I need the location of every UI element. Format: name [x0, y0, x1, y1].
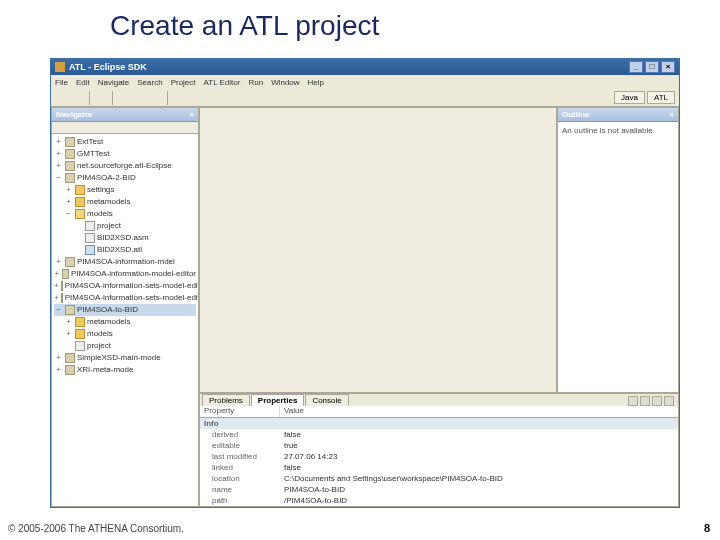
- bottom-panel: Problems Properties Console Property Val…: [199, 393, 679, 507]
- prop-key: path: [200, 495, 280, 506]
- slide-page-number: 8: [704, 522, 710, 534]
- tree-item[interactable]: BID2XSD.asm: [97, 232, 149, 244]
- external-tools-icon[interactable]: [149, 91, 163, 105]
- tree-item[interactable]: settings: [87, 184, 115, 196]
- outline-empty-text: An outline is not available.: [558, 122, 678, 392]
- close-button[interactable]: ×: [661, 61, 675, 73]
- run-icon[interactable]: [133, 91, 147, 105]
- search-icon[interactable]: [172, 91, 186, 105]
- prop-val: 27.07.06 14:23: [280, 451, 678, 462]
- save-icon[interactable]: [71, 91, 85, 105]
- menu-window[interactable]: Window: [271, 78, 299, 87]
- maximize-icon[interactable]: [664, 396, 674, 406]
- tree-item[interactable]: SimpleXSD-main-mode: [77, 352, 161, 364]
- prop-val: PIM4SOA-to-BID: [280, 484, 678, 495]
- column-value: Value: [280, 406, 678, 417]
- menu-project[interactable]: Project: [171, 78, 196, 87]
- tree-item[interactable]: PIM4SOA-information-sets-model-edit: [65, 280, 198, 292]
- tree-item[interactable]: metamodels: [87, 196, 131, 208]
- close-icon[interactable]: ×: [669, 110, 674, 119]
- menu-search[interactable]: Search: [137, 78, 162, 87]
- menu-run[interactable]: Run: [248, 78, 263, 87]
- outline-tab[interactable]: Outline ×: [558, 108, 678, 122]
- nav-forward-icon[interactable]: [204, 91, 218, 105]
- tree-item[interactable]: net.sourceforge.atl-Eclipse: [77, 160, 172, 172]
- minimize-button[interactable]: _: [629, 61, 643, 73]
- pin-icon[interactable]: [628, 396, 638, 406]
- print-icon[interactable]: [94, 91, 108, 105]
- tree-item[interactable]: models: [87, 328, 113, 340]
- tree-item[interactable]: PIM4SOA-information-mdel: [77, 256, 175, 268]
- properties-body: Info derivedfalse editabletrue last modi…: [200, 418, 678, 506]
- tree-item[interactable]: project: [87, 340, 111, 352]
- perspective-java[interactable]: Java: [614, 91, 645, 104]
- column-property: Property: [200, 406, 280, 417]
- nav-back-icon[interactable]: [188, 91, 202, 105]
- tree-item-selected[interactable]: PIM4SOA-to-BID: [77, 304, 138, 316]
- prop-val: false: [280, 462, 678, 473]
- prop-key: name: [200, 484, 280, 495]
- prop-val: C:\Documents and Settings\user\workspace…: [280, 473, 678, 484]
- prop-key: linked: [200, 462, 280, 473]
- tree-item[interactable]: XRI-meta-mode: [77, 364, 133, 376]
- tree-item[interactable]: PIM4SOA-information-sets-model-editor: [65, 292, 198, 304]
- tree-item[interactable]: models: [87, 208, 113, 220]
- menu-help[interactable]: Help: [308, 78, 324, 87]
- outline-tab-label: Outline: [562, 110, 590, 119]
- outline-view: Outline × An outline is not available.: [557, 107, 679, 393]
- titlebar: ATL - Eclipse SDK _ □ ×: [51, 59, 679, 75]
- app-icon: [55, 62, 65, 72]
- menu-atl-editor[interactable]: ATL Editor: [204, 78, 241, 87]
- minimize-icon[interactable]: [652, 396, 662, 406]
- navigator-tab[interactable]: Navigator ×: [52, 108, 198, 122]
- slide-footer: © 2005-2006 The ATHENA Consortium.: [8, 523, 184, 534]
- prop-val: false: [280, 429, 678, 440]
- prop-val: /PIM4SOA-to-BID: [280, 495, 678, 506]
- tree-item[interactable]: PIM4SOA-information-model-editor: [71, 268, 196, 280]
- prop-key: derived: [200, 429, 280, 440]
- perspective-atl[interactable]: ATL: [647, 91, 675, 104]
- editor-area: [199, 107, 557, 393]
- navigator-tab-label: Navigator: [56, 110, 93, 119]
- new-icon[interactable]: [55, 91, 69, 105]
- prop-section: Info: [200, 418, 280, 429]
- navigator-view: Navigator × +ExtTest +GMTTest +net.sourc…: [51, 107, 199, 507]
- tab-console[interactable]: Console: [305, 394, 348, 406]
- maximize-button[interactable]: □: [645, 61, 659, 73]
- tab-problems[interactable]: Problems: [202, 394, 250, 406]
- window-title: ATL - Eclipse SDK: [69, 62, 147, 72]
- tree-item[interactable]: project: [97, 220, 121, 232]
- toolbar: Java ATL: [51, 89, 679, 107]
- eclipse-window: ATL - Eclipse SDK _ □ × File Edit Naviga…: [50, 58, 680, 508]
- slide-title: Create an ATL project: [0, 0, 720, 54]
- menu-navigate[interactable]: Navigate: [98, 78, 130, 87]
- project-tree[interactable]: +ExtTest +GMTTest +net.sourceforge.atl-E…: [52, 134, 198, 506]
- tree-item[interactable]: ExtTest: [77, 136, 103, 148]
- menu-icon[interactable]: [640, 396, 650, 406]
- prop-key: editable: [200, 440, 280, 451]
- prop-key: location: [200, 473, 280, 484]
- tree-item[interactable]: metamodels: [87, 316, 131, 328]
- close-icon[interactable]: ×: [189, 110, 194, 119]
- debug-icon[interactable]: [117, 91, 131, 105]
- prop-key: last modified: [200, 451, 280, 462]
- menu-edit[interactable]: Edit: [76, 78, 90, 87]
- navigator-toolbar: [52, 122, 198, 134]
- tab-properties[interactable]: Properties: [251, 394, 305, 406]
- menu-file[interactable]: File: [55, 78, 68, 87]
- tree-item[interactable]: BID2XSD.atl: [97, 244, 142, 256]
- prop-val: true: [280, 440, 678, 451]
- tree-item[interactable]: GMTTest: [77, 148, 109, 160]
- menubar: File Edit Navigate Search Project ATL Ed…: [51, 75, 679, 89]
- tree-item[interactable]: PIM4SOA-2-BID: [77, 172, 136, 184]
